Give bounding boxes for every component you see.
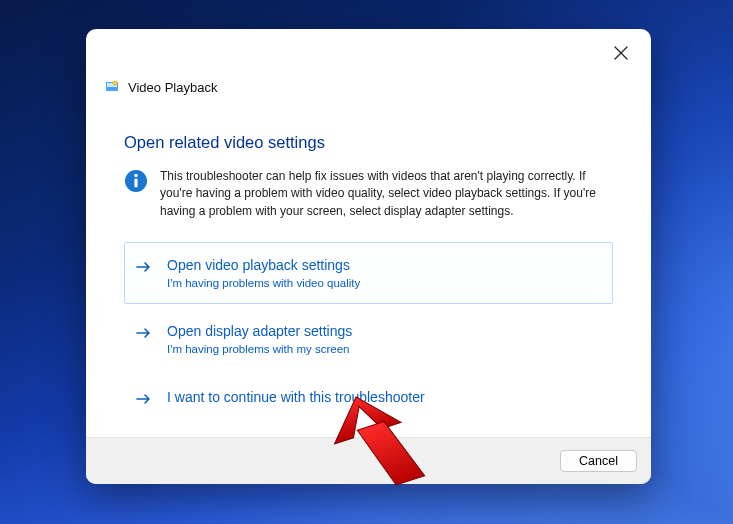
arrow-right-icon	[135, 324, 153, 342]
option-title: I want to continue with this troubleshoo…	[167, 389, 425, 406]
page-heading: Open related video settings	[124, 133, 613, 152]
arrow-right-icon	[135, 390, 153, 408]
option-title: Open display adapter settings	[167, 323, 352, 340]
option-subtitle: I'm having problems with video quality	[167, 277, 360, 289]
svg-point-4	[134, 174, 137, 177]
option-video-playback-settings[interactable]: Open video playback settings I'm having …	[124, 242, 613, 304]
option-title: Open video playback settings	[167, 257, 360, 274]
option-subtitle: I'm having problems with my screen	[167, 343, 352, 355]
window-title: Video Playback	[128, 80, 217, 95]
troubleshooter-dialog: Video Playback Open related video settin…	[86, 29, 651, 484]
close-button[interactable]	[613, 45, 631, 63]
intro-section: This troubleshooter can help fix issues …	[124, 168, 613, 220]
close-icon	[613, 45, 629, 61]
cancel-button[interactable]: Cancel	[560, 450, 637, 472]
intro-text: This troubleshooter can help fix issues …	[160, 168, 613, 220]
arrow-right-icon	[135, 258, 153, 276]
svg-rect-5	[134, 179, 137, 188]
dialog-footer: Cancel	[86, 437, 651, 484]
dialog-body: Open related video settings This trouble…	[86, 133, 651, 437]
app-icon	[104, 79, 120, 95]
option-display-adapter-settings[interactable]: Open display adapter settings I'm having…	[124, 308, 613, 370]
desktop-background: Video Playback Open related video settin…	[0, 0, 733, 524]
svg-point-2	[113, 81, 117, 85]
info-icon	[124, 169, 148, 193]
title-bar: Video Playback	[86, 29, 651, 85]
option-continue-troubleshooter[interactable]: I want to continue with this troubleshoo…	[124, 374, 613, 423]
